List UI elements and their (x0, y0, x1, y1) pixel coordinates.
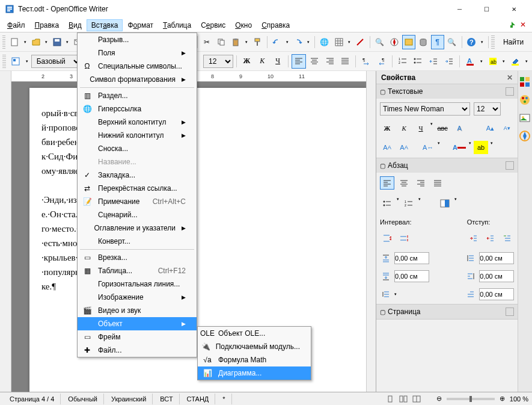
sidebar-font-combo[interactable]: Times New Roman (380, 102, 470, 116)
page-panel-more-icon[interactable] (506, 308, 514, 316)
align-right-button[interactable] (323, 54, 337, 69)
sidebar-align-left[interactable] (380, 176, 394, 190)
insert-menu-item[interactable]: ▦Таблица...Ctrl+F12 (78, 264, 197, 277)
insert-menu-item[interactable]: Объект▶ (78, 317, 197, 330)
bgcolor-button[interactable] (508, 54, 522, 69)
insert-menu-item[interactable]: Название... (78, 155, 197, 168)
sidebar-spacing-button[interactable]: A↔ (421, 141, 435, 154)
sidebar-underline-button[interactable]: Ч (414, 122, 428, 135)
open-dropdown[interactable]: ▾ (44, 40, 49, 45)
space-below-input[interactable] (394, 270, 429, 282)
menu-view[interactable]: Вид (64, 19, 87, 31)
update-icon[interactable] (507, 20, 516, 30)
highlight-button[interactable]: ab (486, 54, 500, 69)
open-button[interactable] (29, 35, 43, 49)
sidebar-highlight-button[interactable]: ab (474, 141, 488, 154)
paste-button[interactable] (229, 35, 242, 49)
insert-menu-item[interactable]: 🌐Гиперссылка (78, 102, 197, 116)
window-close-icon[interactable]: ✕ (520, 20, 526, 30)
view-single-icon[interactable] (386, 395, 394, 403)
status-ins[interactable]: ВСТ (154, 394, 179, 404)
space-above-input[interactable] (394, 252, 429, 264)
insert-menu-item[interactable]: 📝ПримечаниеCtrl+Alt+C (78, 195, 197, 208)
undo-button[interactable] (270, 35, 283, 49)
font-color-button[interactable]: A (463, 54, 477, 69)
style-combo[interactable]: Базовый (31, 55, 82, 68)
gallery-button[interactable] (402, 35, 415, 49)
insert-menu-item[interactable]: Оглавление и указатели▶ (78, 221, 197, 235)
para-panel-more-icon[interactable] (506, 161, 514, 170)
styles-button[interactable] (8, 54, 23, 69)
sidebar-strike-button[interactable]: авс (435, 122, 450, 135)
insert-menu-item[interactable]: Верхний колонтитул▶ (78, 116, 197, 129)
sidebar-hanging[interactable] (500, 232, 514, 245)
sidebar-italic-button[interactable]: К (397, 122, 411, 135)
format-paint-button[interactable] (251, 35, 264, 49)
insert-menu-item[interactable]: Конверт... (78, 235, 197, 248)
insert-menu-item[interactable]: ✚Файл... (78, 344, 197, 357)
save-button[interactable] (50, 35, 64, 49)
sidebar-fontcolor-button[interactable]: A (452, 141, 466, 154)
indent-right-input[interactable] (479, 270, 514, 282)
help-button[interactable]: ? (465, 35, 478, 49)
draw-button[interactable] (353, 35, 367, 49)
indent-button[interactable] (442, 54, 456, 69)
bullet-list-button[interactable] (411, 54, 426, 69)
menu-table[interactable]: Таблица (158, 19, 196, 31)
sidebar-numbers[interactable]: 12 (402, 197, 416, 210)
redo-button[interactable] (292, 35, 305, 49)
sidebar-align-justify[interactable] (430, 176, 445, 190)
status-std[interactable]: СТАНД (181, 394, 216, 404)
page-panel-header[interactable]: ▢Страница (376, 305, 518, 319)
insert-menu-item[interactable]: ✓Закладка... (78, 168, 197, 182)
cut-button[interactable]: ✂ (200, 35, 213, 49)
insert-menu-item[interactable]: Горизонтальная линия... (78, 277, 197, 291)
object-submenu-item[interactable]: OLEОбъект OLE... (198, 327, 311, 340)
insert-menu-item[interactable]: Сценарий... (78, 208, 197, 221)
new-doc-button[interactable] (8, 35, 21, 49)
sidebar-bullets[interactable] (380, 197, 394, 210)
zoom-out-button[interactable]: ⊖ (436, 395, 442, 403)
sidebar-bgcolor[interactable] (438, 197, 452, 210)
zoom-in-button[interactable]: ⊕ (500, 395, 505, 403)
text-panel-more-icon[interactable] (506, 87, 514, 96)
help-dropdown[interactable]: ▾ (479, 40, 485, 45)
sidebar-close-icon[interactable]: ✕ (507, 73, 513, 82)
datasources-button[interactable] (417, 35, 430, 49)
firstline-input[interactable] (479, 288, 514, 300)
sidebar-bold-button[interactable]: Ж (380, 122, 394, 135)
sidebar-sub-button[interactable]: AA (397, 141, 411, 154)
insert-menu-item[interactable]: ▭Фрейм (78, 330, 197, 344)
insert-menu-item[interactable]: Поля▶ (78, 46, 197, 60)
view-multi-icon[interactable] (399, 395, 408, 403)
object-submenu-item[interactable]: 🔌Подключаемый модуль... (198, 340, 311, 353)
text-panel-header[interactable]: ▢Текстовые (376, 84, 518, 99)
view-book-icon[interactable] (412, 395, 421, 403)
object-submenu-item[interactable]: √aФормула Math (198, 353, 311, 366)
zoom-level[interactable]: 100 % (510, 395, 528, 403)
menu-tools[interactable]: Сервис (196, 19, 230, 31)
menu-help[interactable]: Справка (257, 19, 295, 31)
insert-menu-item[interactable]: ⇄Перекрёстная ссылка... (78, 182, 197, 195)
bgcolor-dropdown[interactable]: ▾ (524, 59, 530, 64)
ltr-button[interactable]: ¶ (359, 54, 373, 69)
insert-menu-item[interactable]: Сноска... (78, 142, 197, 155)
underline-button[interactable]: Ч (271, 54, 285, 69)
font-color-dropdown[interactable]: ▾ (478, 59, 485, 64)
align-left-button[interactable] (292, 54, 306, 69)
sidebar-shadow-button[interactable]: A (452, 122, 466, 135)
paste-dropdown[interactable]: ▾ (243, 40, 249, 45)
rail-properties[interactable] (519, 76, 532, 89)
close-button[interactable]: ✕ (500, 0, 527, 18)
sidebar-indent-inc[interactable] (466, 232, 480, 245)
dedent-button[interactable] (426, 54, 441, 69)
align-justify-button[interactable] (338, 54, 352, 69)
status-style[interactable]: Обычный (62, 394, 104, 404)
fontsize-combo[interactable]: 12 (203, 55, 233, 68)
undo-dropdown[interactable]: ▾ (284, 40, 290, 45)
save-dropdown[interactable]: ▾ (65, 40, 70, 45)
find-label[interactable]: Найти (497, 38, 530, 46)
insert-menu-item[interactable]: Разрыв... (78, 33, 197, 46)
zoom-button[interactable]: 🔍 (445, 35, 459, 49)
highlight-dropdown[interactable]: ▾ (501, 59, 507, 64)
